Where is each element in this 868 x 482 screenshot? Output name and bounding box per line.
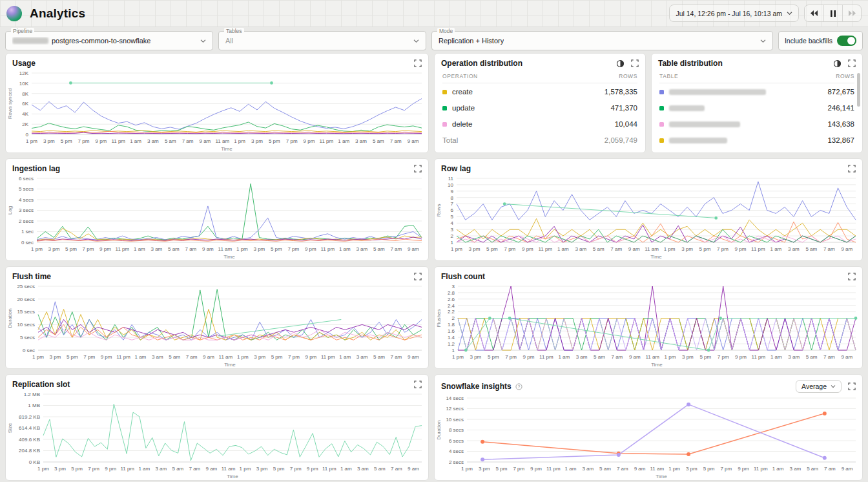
svg-text:2: 2 <box>452 315 455 321</box>
pie-view-button[interactable] <box>616 59 625 68</box>
pipeline-label: Pipeline <box>11 28 34 34</box>
svg-text:5 pm: 5 pm <box>496 466 508 472</box>
svg-text:5 am: 5 am <box>374 466 386 472</box>
svg-text:11 am: 11 am <box>219 354 233 360</box>
expand-button[interactable] <box>631 59 639 67</box>
expand-button[interactable] <box>848 382 856 390</box>
series-color-swatch <box>442 106 447 110</box>
svg-text:3 am: 3 am <box>151 246 163 252</box>
svg-text:9 am: 9 am <box>202 246 214 252</box>
table-rows: 143,638 <box>827 120 854 128</box>
expand-button[interactable] <box>414 59 422 67</box>
svg-text:9 am: 9 am <box>408 138 419 144</box>
svg-text:6 secs: 6 secs <box>449 438 464 444</box>
expand-icon <box>631 59 639 67</box>
svg-text:9 pm: 9 pm <box>530 466 542 472</box>
svg-text:2 secs: 2 secs <box>449 459 464 465</box>
app-header: Analytics Jul 14, 12:26 pm - Jul 16, 10:… <box>0 0 868 27</box>
usage-card: Usage 02K4K6K8K10K12K1 pm3 pm5 pm7 pm9 p… <box>5 53 429 153</box>
expand-button[interactable] <box>848 59 856 67</box>
pipeline-select[interactable]: Pipeline postgres-common-to-snowflake <box>5 31 213 50</box>
tables-select[interactable]: Tables All <box>218 31 426 50</box>
svg-text:11 am: 11 am <box>222 466 236 472</box>
svg-text:1 am: 1 am <box>558 354 570 360</box>
expand-button[interactable] <box>414 381 422 388</box>
operation-distribution-card: Operation distribution OPERATION ROWS <box>434 53 646 153</box>
svg-text:5 pm: 5 pm <box>271 246 282 252</box>
usage-chart: 02K4K6K8K10K12K1 pm3 pm5 pm7 pm9 pm11 pm… <box>6 68 428 152</box>
scrollbar[interactable] <box>857 73 860 107</box>
expand-button[interactable] <box>414 165 422 173</box>
toggle-switch[interactable] <box>837 36 856 46</box>
svg-text:11 pm: 11 pm <box>120 466 134 472</box>
app-logo <box>6 6 22 21</box>
help-icon[interactable]: ? <box>515 383 522 390</box>
svg-text:5 am: 5 am <box>807 466 818 472</box>
ingestion-lag-card: Ingestion lag 0 sec1 sec2 secs3 secs4 se… <box>5 158 429 261</box>
svg-text:1 pm: 1 pm <box>32 354 44 360</box>
expand-button[interactable] <box>848 273 856 280</box>
aggregate-value: Average <box>801 382 827 390</box>
svg-text:409.6 KB: 409.6 KB <box>19 437 40 443</box>
svg-text:12K: 12K <box>19 70 29 76</box>
svg-text:0 KB: 0 KB <box>29 459 40 465</box>
svg-text:3: 3 <box>451 227 454 233</box>
svg-text:3 am: 3 am <box>790 466 801 472</box>
replication-slot-title: Replication slot <box>12 380 70 389</box>
replication-slot-chart: 0 KB204.8 KB409.6 KB614.4 KB819.2 KB1 MB… <box>6 390 428 480</box>
series-color-swatch <box>442 122 447 127</box>
flush-time-card: Flush time 0 sec5 secs10 secs15 secs20 s… <box>5 266 429 369</box>
pause-button[interactable] <box>823 5 842 21</box>
pie-chart-icon <box>833 59 842 68</box>
svg-text:9 pm: 9 pm <box>96 138 107 144</box>
svg-text:5 am: 5 am <box>806 354 818 360</box>
svg-text:9 pm: 9 pm <box>305 246 316 252</box>
svg-text:3 am: 3 am <box>582 466 594 472</box>
svg-text:11 pm: 11 pm <box>320 138 334 144</box>
pause-icon <box>831 10 836 17</box>
rewind-button[interactable] <box>805 5 823 21</box>
svg-text:1 am: 1 am <box>339 354 351 360</box>
date-range-selector[interactable]: Jul 14, 12:26 pm - Jul 16, 10:13 am <box>669 5 799 22</box>
svg-text:9 am: 9 am <box>200 138 211 144</box>
expand-icon <box>414 59 422 67</box>
chevron-down-icon <box>413 39 419 43</box>
svg-text:3 am: 3 am <box>356 246 367 252</box>
include-backfills-toggle[interactable]: Include backfills <box>778 31 863 50</box>
svg-text:1 pm: 1 pm <box>31 246 43 252</box>
svg-text:7 pm: 7 pm <box>513 466 524 472</box>
aggregate-select[interactable]: Average <box>796 380 842 393</box>
fast-forward-button[interactable] <box>842 5 861 21</box>
svg-text:9 am: 9 am <box>408 246 419 252</box>
column-header: OPERATION <box>442 73 478 79</box>
svg-text:1 pm: 1 pm <box>237 354 249 360</box>
mode-select[interactable]: Mode Replication + History <box>431 31 773 50</box>
svg-text:3 pm: 3 pm <box>50 354 61 360</box>
svg-text:3: 3 <box>452 284 455 289</box>
svg-text:5 pm: 5 pm <box>273 466 285 472</box>
pie-view-button[interactable] <box>833 59 842 68</box>
svg-text:1 pm: 1 pm <box>240 466 251 472</box>
svg-text:3 pm: 3 pm <box>686 466 698 472</box>
series-color-swatch <box>442 90 447 94</box>
svg-text:7 am: 7 am <box>610 246 622 252</box>
svg-text:9 pm: 9 pm <box>101 354 112 360</box>
expand-button[interactable] <box>848 165 856 173</box>
svg-text:3 pm: 3 pm <box>479 466 490 472</box>
svg-text:2.4: 2.4 <box>448 303 455 309</box>
svg-text:1 am: 1 am <box>565 466 577 472</box>
svg-text:7 am: 7 am <box>182 138 194 144</box>
svg-text:7 am: 7 am <box>186 354 198 360</box>
expand-button[interactable] <box>414 273 422 280</box>
svg-text:3 am: 3 am <box>576 354 588 360</box>
svg-text:3 pm: 3 pm <box>48 246 60 252</box>
pipeline-value: postgres-common-to-snowflake <box>52 37 150 45</box>
svg-text:3 am: 3 am <box>788 354 800 360</box>
operation-rows: 471,370 <box>610 104 637 112</box>
svg-text:3 pm: 3 pm <box>470 354 482 360</box>
svg-text:3 secs: 3 secs <box>19 207 34 213</box>
operation-name: delete <box>452 120 472 128</box>
svg-text:Size: Size <box>7 423 13 433</box>
replication-slot-card: Replication slot 0 KB204.8 KB409.6 KB614… <box>5 374 429 481</box>
svg-text:3 pm: 3 pm <box>469 246 480 252</box>
